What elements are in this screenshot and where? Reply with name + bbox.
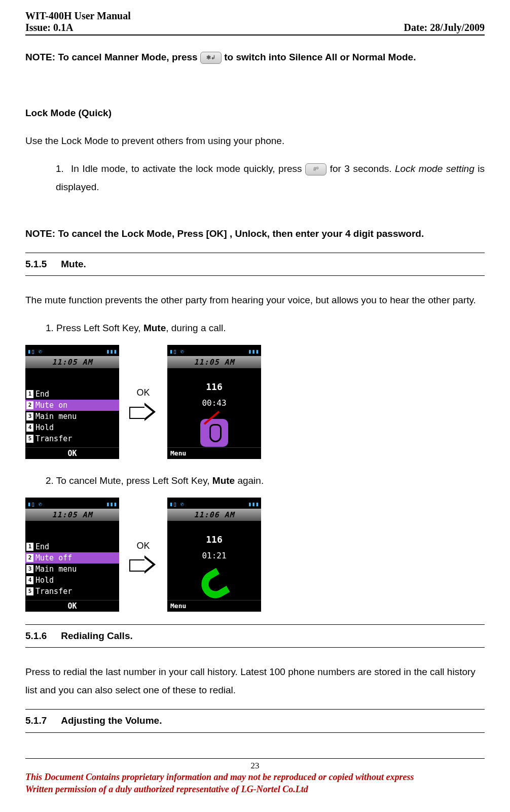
phone-screen-menu: ▮▯ ✆ ▮▮▮ 11:05 AM 1End 2Mute off 3Main m… (25, 498, 119, 612)
phone-screen-call-active: ▮▯ ✆ ▮▮▮ 11:06 AM 116 01:21 Menu (167, 498, 261, 612)
section-number: 5.1.6 (25, 627, 47, 645)
arrow-label: OK (136, 537, 150, 554)
section-divider (25, 732, 485, 733)
time-label: 11:05 AM (25, 509, 119, 521)
item-label: Transfer (35, 432, 72, 446)
note-text: NOTE: To cancel Manner Mode, press (25, 52, 200, 62)
status-bar: ▮▯ ✆ ▮▮▮ (167, 498, 261, 509)
notice-line: Written permission of a duly authorized … (25, 783, 485, 795)
page-footer: 23 This Document Contains proprietary in… (25, 758, 485, 796)
note-lock-mode: NOTE: To cancel the Lock Mode, Press [OK… (25, 225, 485, 243)
star-key-icon: ✱↲ (200, 52, 222, 64)
step-text: for 3 seconds. (326, 163, 395, 174)
step-text-bold: Mute (143, 323, 166, 333)
softkey-bar: Menu (167, 447, 261, 459)
section-divider (25, 275, 485, 276)
call-number: 116 (167, 378, 261, 396)
section-title: Adjusting the Volume. (61, 712, 162, 730)
mute-screens-row-1: ▮▯ ✆ ▮▮▮ 11:05 AM 1End 2Mute on 3Main me… (25, 345, 485, 459)
step-text-em: Lock mode setting (395, 163, 475, 174)
status-bar: ▮▯ ✆ ▮▮▮ (25, 345, 119, 356)
time-label: 11:06 AM (167, 509, 261, 521)
section-title: Redialing Calls. (61, 627, 132, 645)
date-label: Date: 28/July/2009 (404, 22, 485, 33)
mute-icon (200, 419, 228, 447)
mute-step-2: 2. To cancel Mute, press Left Soft Key, … (25, 472, 485, 490)
item-label: Transfer (35, 584, 72, 599)
note-text: to switch into Silence All or Normal Mod… (224, 52, 416, 62)
note-manner-mode: NOTE: To cancel Manner Mode, press ✱↲ to… (25, 48, 485, 66)
arrow-icon (129, 556, 157, 573)
status-bar: ▮▯ ✆ ▮▮▮ (25, 498, 119, 509)
phone-screen-call-muted: ▮▯ ✆ ▮▮▮ 11:05 AM 116 00:43 Menu (167, 345, 261, 459)
mute-intro: The mute function prevents the other par… (25, 291, 485, 309)
step-text: In Idle mode, to activate the lock mode … (71, 163, 305, 174)
page-number: 23 (25, 761, 485, 771)
battery-icon: ▮▮▮ (248, 499, 259, 508)
softkey-menu[interactable]: Menu (170, 448, 186, 459)
menu-list: 1End 2Mute off 3Main menu 4Hold 5Transfe… (25, 521, 119, 597)
notice-line: This Document Contains proprietary infor… (25, 771, 485, 783)
handset-icon (197, 569, 232, 605)
issue-label: Issue: 0.1A (25, 22, 131, 33)
softkey-center[interactable]: OK (25, 447, 119, 459)
lock-mode-heading: Lock Mode (Quick) (25, 104, 485, 122)
status-bar: ▮▯ ✆ ▮▮▮ (167, 345, 261, 356)
step-text: , during a call. (166, 323, 226, 333)
call-info: 116 01:21 (167, 521, 261, 605)
section-divider (25, 624, 485, 625)
step-text: again. (235, 475, 264, 486)
call-number: 116 (167, 531, 261, 548)
step-text: 2. To cancel Mute, press Left Soft Key, (46, 475, 212, 486)
signal-icon: ▮▯ ✆ (27, 499, 42, 508)
list-item[interactable]: 5Transfer (25, 586, 119, 597)
softkey-bar: Menu (167, 600, 261, 612)
mute-screens-row-2: ▮▯ ✆ ▮▮▮ 11:05 AM 1End 2Mute off 3Main m… (25, 498, 485, 612)
section-divider (25, 709, 485, 710)
proprietary-notice: This Document Contains proprietary infor… (25, 771, 485, 796)
section-number: 5.1.7 (25, 712, 47, 730)
signal-icon: ▮▯ ✆ (169, 499, 184, 508)
section-heading-mute: 5.1.5 Mute. (25, 254, 485, 274)
menu-list: 1End 2Mute on 3Main menu 4Hold 5Transfer (25, 368, 119, 444)
section-number: 5.1.5 (25, 255, 47, 273)
arrow-ok: OK (129, 537, 157, 573)
softkey-center[interactable]: OK (25, 600, 119, 612)
lock-mode-step: 1.In Idle mode, to activate the lock mod… (25, 160, 485, 196)
arrow-ok: OK (129, 384, 157, 419)
manual-title: WIT-400H User Manual (25, 10, 131, 22)
section-heading-volume: 5.1.7 Adjusting the Volume. (25, 711, 485, 731)
battery-icon: ▮▮▮ (248, 346, 259, 355)
signal-icon: ▮▯ ✆ (169, 346, 184, 355)
section-heading-redial: 5.1.6 Redialing Calls. (25, 626, 485, 646)
battery-icon: ▮▮▮ (106, 499, 117, 508)
header-divider (25, 34, 485, 36)
step-text: 1. Press Left Soft Key, (46, 323, 143, 333)
call-duration: 01:21 (167, 548, 261, 563)
time-label: 11:05 AM (167, 356, 261, 368)
call-duration: 00:43 (167, 396, 261, 411)
mute-step-1: 1. Press Left Soft Key, Mute, during a c… (25, 319, 485, 337)
section-divider (25, 647, 485, 648)
signal-icon: ▮▯ ✆ (27, 346, 42, 355)
call-info: 116 00:43 (167, 368, 261, 447)
arrow-icon (129, 404, 157, 420)
phone-screen-menu: ▮▯ ✆ ▮▮▮ 11:05 AM 1End 2Mute on 3Main me… (25, 345, 119, 459)
list-number: 1. (56, 160, 71, 178)
battery-icon: ▮▮▮ (106, 346, 117, 355)
step-text-bold: Mute (212, 475, 235, 486)
section-title: Mute. (61, 255, 86, 273)
time-label: 11:05 AM (25, 356, 119, 368)
arrow-label: OK (136, 384, 150, 401)
lock-mode-intro: Use the Lock Mode to prevent others from… (25, 132, 485, 150)
softkey-menu[interactable]: Menu (170, 601, 186, 612)
page-header: WIT-400H User Manual Issue: 0.1A Date: 2… (25, 10, 485, 33)
list-item[interactable]: 5Transfer (25, 433, 119, 444)
hash-key-icon: #⁰ (305, 163, 326, 175)
section-divider (25, 253, 485, 253)
redial-text: Press to redial the last number in your … (25, 663, 485, 699)
